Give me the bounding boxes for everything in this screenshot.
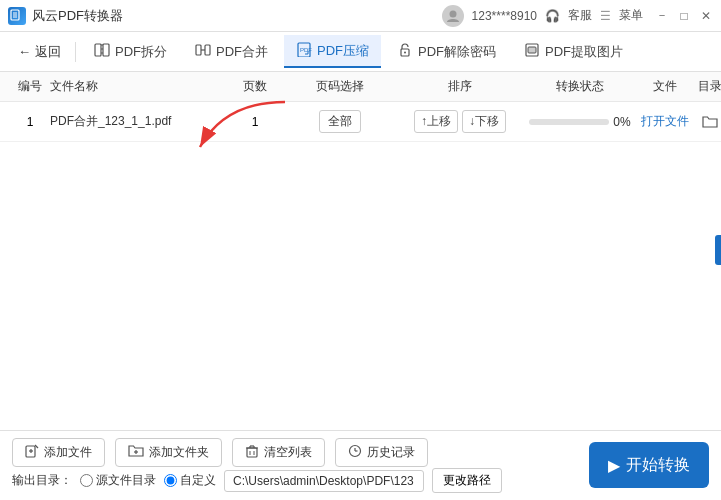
- table-header: 编号 文件名称 页数 页码选择 排序 转换状态 文件 目录 移除: [0, 72, 721, 102]
- radio-custom[interactable]: 自定义: [164, 472, 216, 489]
- nav-compress-label: PDF压缩: [317, 42, 369, 60]
- col-sort: 排序: [400, 78, 520, 95]
- start-convert-label: 开始转换: [626, 455, 690, 476]
- username: 123****8910: [472, 9, 537, 23]
- move-down-button[interactable]: ↓下移: [462, 110, 506, 133]
- radio-custom-label: 自定义: [180, 472, 216, 489]
- nav-item-compress[interactable]: PDF PDF压缩: [284, 35, 381, 68]
- nav-merge-label: PDF合并: [216, 43, 268, 61]
- row-pages: 1: [230, 115, 280, 129]
- svg-point-14: [404, 52, 406, 54]
- row-progress: 0%: [520, 115, 640, 129]
- clear-list-label: 清空列表: [264, 444, 312, 461]
- row-page-select: 全部: [280, 110, 400, 133]
- svg-text:PDF: PDF: [300, 47, 312, 53]
- page-select-button[interactable]: 全部: [319, 110, 361, 133]
- col-id: 编号: [10, 78, 50, 95]
- history-icon: [348, 444, 362, 461]
- title-bar-right: 123****8910 🎧 客服 ☰ 菜单 － □ ✕: [442, 5, 713, 27]
- avatar: [442, 5, 464, 27]
- move-up-button[interactable]: ↑上移: [414, 110, 458, 133]
- svg-point-4: [449, 10, 456, 17]
- app-icon: [8, 7, 26, 25]
- maximize-button[interactable]: □: [677, 9, 691, 23]
- col-pages: 页数: [230, 78, 280, 95]
- back-label: 返回: [35, 43, 61, 61]
- col-filename: 文件名称: [50, 78, 230, 95]
- nav-extract-label: PDF提取图片: [545, 43, 623, 61]
- nav-divider: [75, 42, 76, 62]
- window-controls: － □ ✕: [655, 9, 713, 23]
- history-button[interactable]: 历史记录: [335, 438, 428, 467]
- nav-item-merge[interactable]: PDF合并: [183, 36, 280, 67]
- open-file-button[interactable]: 打开文件: [641, 113, 689, 130]
- split-icon: [94, 42, 110, 61]
- radio-custom-input[interactable]: [164, 474, 177, 487]
- nav-item-decrypt[interactable]: PDF解除密码: [385, 36, 508, 67]
- merge-icon: [195, 42, 211, 61]
- col-status: 转换状态: [520, 78, 640, 95]
- back-button[interactable]: ← 返回: [10, 39, 69, 65]
- clear-icon: [245, 444, 259, 461]
- row-folder: [690, 115, 721, 129]
- user-info: 123****8910 🎧 客服 ☰ 菜单: [442, 5, 643, 27]
- title-bar-left: 风云PDF转换器: [8, 7, 123, 25]
- compress-icon: PDF: [296, 41, 312, 60]
- nav-bar: ← 返回 PDF拆分 PDF合并 PDF: [0, 32, 721, 72]
- clear-list-button[interactable]: 清空列表: [232, 438, 325, 467]
- back-arrow-icon: ←: [18, 44, 31, 59]
- customer-service-label[interactable]: 客服: [568, 7, 592, 24]
- radio-source-label: 源文件目录: [96, 472, 156, 489]
- add-file-button[interactable]: 添加文件: [12, 438, 105, 467]
- add-file-label: 添加文件: [44, 444, 92, 461]
- extract-icon: [524, 42, 540, 61]
- row-sort: ↑上移 ↓下移: [400, 110, 520, 133]
- progress-bar: [529, 119, 609, 125]
- add-file-icon: [25, 444, 39, 461]
- path-input[interactable]: [224, 470, 424, 492]
- svg-rect-8: [196, 45, 201, 55]
- nav-decrypt-label: PDF解除密码: [418, 43, 496, 61]
- row-open-file: 打开文件: [640, 113, 690, 130]
- add-folder-icon: [128, 444, 144, 461]
- col-file: 文件: [640, 78, 690, 95]
- main-content: 编号 文件名称 页数 页码选择 排序 转换状态 文件 目录 移除 1 PDF合并…: [0, 72, 721, 430]
- start-convert-button[interactable]: ▶ 开始转换: [589, 442, 709, 488]
- svg-rect-24: [247, 448, 257, 457]
- change-path-button[interactable]: 更改路径: [432, 468, 502, 493]
- play-icon: ▶: [608, 456, 620, 475]
- nav-split-label: PDF拆分: [115, 43, 167, 61]
- svg-rect-16: [528, 47, 536, 53]
- svg-rect-5: [95, 44, 101, 56]
- nav-item-extract[interactable]: PDF提取图片: [512, 36, 635, 67]
- row-filename: PDF合并_123_1_1.pdf: [50, 113, 230, 130]
- title-bar: 风云PDF转换器 123****8910 🎧 客服 ☰ 菜单 － □ ✕: [0, 0, 721, 32]
- add-folder-button[interactable]: 添加文件夹: [115, 438, 222, 467]
- nav-item-split[interactable]: PDF拆分: [82, 36, 179, 67]
- menu-label[interactable]: 菜单: [619, 7, 643, 24]
- radio-group: 源文件目录 自定义: [80, 472, 216, 489]
- decrypt-icon: [397, 42, 413, 61]
- history-label: 历史记录: [367, 444, 415, 461]
- right-edge-indicator: [715, 235, 721, 265]
- table-row: 1 PDF合并_123_1_1.pdf 1 全部 ↑上移 ↓下移 0% 打开文件: [0, 102, 721, 142]
- svg-rect-9: [205, 45, 210, 55]
- app-title: 风云PDF转换器: [32, 7, 123, 25]
- col-dir: 目录: [690, 78, 721, 95]
- progress-text: 0%: [613, 115, 630, 129]
- col-page-select: 页码选择: [280, 78, 400, 95]
- add-folder-label: 添加文件夹: [149, 444, 209, 461]
- radio-source[interactable]: 源文件目录: [80, 472, 156, 489]
- svg-rect-6: [103, 44, 109, 56]
- radio-source-input[interactable]: [80, 474, 93, 487]
- row-id: 1: [10, 115, 50, 129]
- folder-icon[interactable]: [702, 115, 718, 129]
- minimize-button[interactable]: －: [655, 9, 669, 23]
- close-button[interactable]: ✕: [699, 9, 713, 23]
- output-dir-label: 输出目录：: [12, 472, 72, 489]
